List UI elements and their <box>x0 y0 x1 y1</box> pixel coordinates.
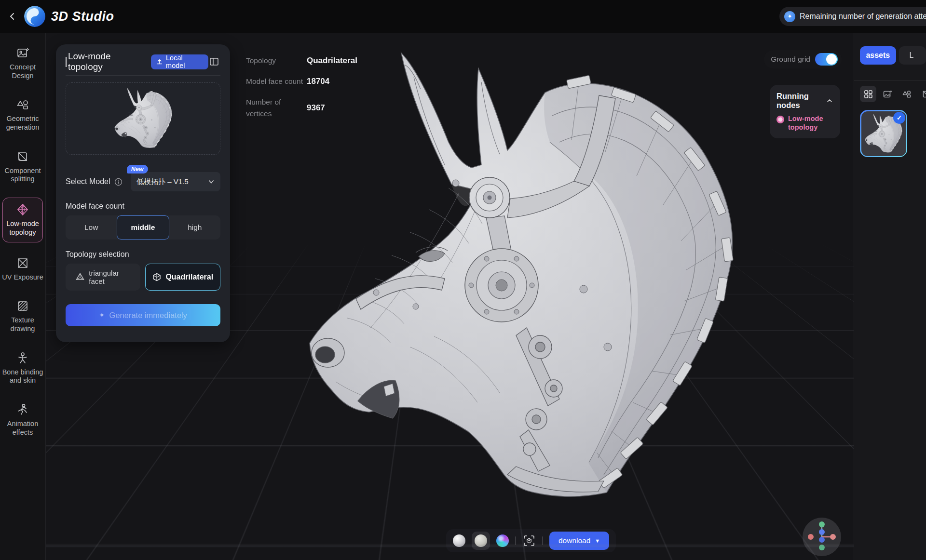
sidebar-item-bone-binding[interactable]: Bone binding and skin <box>0 347 45 389</box>
chevron-up-icon[interactable] <box>826 97 833 105</box>
face-count-label: Model face count <box>66 202 220 211</box>
low-mode-topology-panel: Low-mode topology Local model Select Mod… <box>56 44 230 342</box>
ground-grid-toggle[interactable] <box>815 53 838 66</box>
stat-label: Number of vertices <box>246 96 293 120</box>
assets-tabs: assets L <box>860 46 926 65</box>
tetrahedron-icon <box>75 272 85 282</box>
grid-icon <box>863 89 873 99</box>
wire-diamond-icon <box>16 203 29 216</box>
face-count-low-button[interactable]: Low <box>66 215 117 240</box>
filter-components-button[interactable] <box>918 86 926 102</box>
sidebar-item-geometric-generation[interactable]: Geometric generation <box>0 94 45 135</box>
info-icon <box>114 178 123 186</box>
back-icon[interactable] <box>4 8 21 25</box>
panel-title-input[interactable]: Low-mode topology <box>68 51 146 72</box>
sparkle-icon: ✦ <box>784 11 795 22</box>
stat-label: Topology <box>246 55 307 67</box>
collapse-panel-icon[interactable] <box>208 55 220 68</box>
face-count-segmented: Low middle high <box>66 215 220 240</box>
shapes-icon <box>902 89 912 99</box>
sidebar-item-uv-exposure[interactable]: UV Exposure <box>0 253 45 286</box>
divider <box>542 536 543 545</box>
toggle-knob <box>826 54 837 65</box>
ground-grid-control: Ground grid <box>764 50 842 68</box>
app-title: 3D Studio <box>51 9 114 24</box>
stat-value: Quadrilateral <box>307 56 357 66</box>
model-thumbnail <box>112 86 175 151</box>
filter-all-button[interactable] <box>860 86 876 102</box>
remaining-attempts-badge: ✦ Remaining number of generation attempt… <box>779 7 926 26</box>
upload-icon <box>156 58 163 65</box>
generate-immediately-button[interactable]: ✦ Generate immediately <box>66 304 220 326</box>
topology-selection-label: Topology selection <box>66 250 220 259</box>
split-box-icon <box>921 89 926 99</box>
shading-wireframe-sphere-button[interactable] <box>472 532 490 550</box>
wireframe-sphere-icon <box>475 534 487 547</box>
skeleton-figure-icon <box>16 351 29 365</box>
ground-grid-label: Ground grid <box>771 55 810 64</box>
viewport-canvas[interactable]: Topology Quadrilateral Model face count … <box>46 33 854 560</box>
focus-cube-icon <box>523 534 535 547</box>
shading-material-sphere-button[interactable] <box>496 534 509 547</box>
stat-label: Model face count <box>246 76 307 87</box>
check-icon: ✓ <box>893 112 905 124</box>
face-count-high-button[interactable]: high <box>169 215 220 240</box>
asset-thumbnail-selected[interactable]: ✓ <box>860 110 907 157</box>
select-model-label: Select Model <box>66 177 110 186</box>
sidebar: Concept Design Geometric generation Comp… <box>0 33 46 560</box>
assets-panel: assets L ✓ <box>854 33 926 560</box>
divider <box>854 80 926 81</box>
download-button[interactable]: download ▼ <box>549 532 609 550</box>
divider <box>515 536 516 545</box>
hatch-square-icon <box>16 299 29 313</box>
assets-filter-row <box>860 86 926 102</box>
sidebar-item-low-mode-topology[interactable]: Low-mode topology <box>2 198 43 242</box>
model-thumbnail-box[interactable] <box>66 82 220 155</box>
model-horse-head[interactable] <box>289 39 752 520</box>
stat-value: 9367 <box>307 103 357 113</box>
status-dot-icon <box>776 116 784 123</box>
chevron-down-icon <box>208 178 215 185</box>
running-figure-icon <box>16 403 29 416</box>
tab-assets[interactable]: assets <box>860 46 896 65</box>
new-badge: New <box>127 165 148 173</box>
model-version-select[interactable]: New 低模拓扑 – V1.5 <box>131 172 220 191</box>
split-box-icon <box>16 150 29 163</box>
topbar: 3D Studio ✦ Remaining number of generati… <box>0 0 926 33</box>
app-logo-icon <box>24 6 45 27</box>
sidebar-item-animation-effects[interactable]: Animation effects <box>0 399 45 440</box>
sidebar-item-component-splitting[interactable]: Component splitting <box>0 146 45 187</box>
topology-quadrilateral-button[interactable]: Quadrilateral <box>145 264 221 291</box>
running-nodes-title: Running nodes <box>776 92 825 110</box>
cube-icon <box>152 272 162 282</box>
tab-next-clipped[interactable]: L <box>899 46 926 65</box>
shapes-icon <box>16 98 29 111</box>
axis-gizmo[interactable] <box>802 517 842 557</box>
sidebar-item-concept-design[interactable]: Concept Design <box>0 42 45 84</box>
frame-model-button[interactable] <box>522 534 536 547</box>
running-node-low-mode-topology[interactable]: Low-mode topology <box>776 115 833 132</box>
stat-value: 18704 <box>307 77 357 86</box>
sparkle-icon: ✦ <box>99 311 105 320</box>
filter-geometry-button[interactable] <box>899 86 915 102</box>
filter-images-button[interactable] <box>879 86 896 102</box>
topology-triangular-button[interactable]: triangular facet <box>66 264 140 291</box>
uv-box-icon <box>16 256 29 270</box>
local-model-button[interactable]: Local model <box>151 54 208 69</box>
viewport-toolbar: download ▼ <box>446 529 616 552</box>
running-nodes-card: Running nodes Low-mode topology <box>770 85 840 138</box>
remaining-attempts-label: Remaining number of generation attempts <box>800 12 926 21</box>
image-sparkle-icon <box>883 89 893 99</box>
shading-plain-sphere-button[interactable] <box>453 534 465 547</box>
sidebar-item-texture-drawing[interactable]: Texture drawing <box>0 295 45 337</box>
caret-down-icon: ▼ <box>595 538 600 544</box>
face-count-middle-button[interactable]: middle <box>117 215 169 240</box>
text-cursor <box>66 57 67 67</box>
model-stats: Topology Quadrilateral Model face count … <box>246 55 357 120</box>
image-sparkle-icon <box>16 46 29 60</box>
divider <box>66 75 220 76</box>
